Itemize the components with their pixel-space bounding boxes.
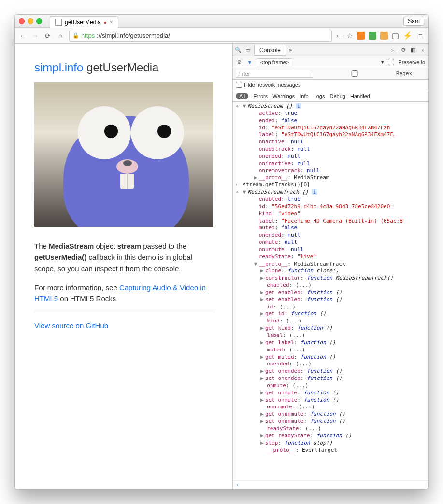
log-level-bar: AllErrorsWarningsInfoLogsDebugHandled — [233, 90, 428, 102]
forward-button[interactable]: → — [31, 32, 39, 40]
preserve-log-label: Preserve lo — [398, 59, 425, 65]
log-level-all[interactable]: All — [236, 93, 248, 99]
lock-icon: 🔒 — [72, 32, 79, 39]
menu-button[interactable]: ≡ — [416, 32, 424, 40]
paragraph: For more information, see Capturing Audi… — [34, 282, 215, 305]
extension-icon[interactable] — [357, 32, 365, 40]
preserve-log-checkbox[interactable] — [388, 59, 394, 65]
title-link[interactable]: simpl.info — [34, 61, 83, 74]
tab-favicon — [55, 19, 62, 26]
titlebar: getUserMedia ● × Sam — [15, 15, 428, 28]
log-level-info[interactable]: Info — [300, 93, 308, 99]
clear-console-icon[interactable]: ⊘ — [236, 59, 243, 65]
toolbar: ← → ⟳ ⌂ 🔒 https ://simpl.info/getusermed… — [15, 28, 428, 44]
url-bar[interactable]: 🔒 https ://simpl.info/getusermedia/ — [69, 30, 332, 42]
filter-input[interactable] — [236, 70, 313, 78]
hide-network-label: Hide network messages — [244, 82, 300, 88]
home-button[interactable]: ⌂ — [57, 32, 64, 40]
log-level-errors[interactable]: Errors — [253, 93, 268, 99]
video-element[interactable] — [34, 82, 213, 227]
extension-icon[interactable] — [380, 32, 388, 40]
drawer-icon[interactable]: >_ — [390, 47, 397, 53]
paragraph: The MediaStream object stream passed to … — [34, 240, 215, 274]
source-link[interactable]: View source on GitHub — [34, 322, 108, 330]
log-level-warnings[interactable]: Warnings — [272, 93, 295, 99]
log-level-handled[interactable]: Handled — [350, 93, 370, 99]
page-title: simpl.info getUserMedia — [34, 61, 215, 74]
divider — [34, 312, 215, 312]
cast-icon[interactable]: ▢ — [392, 31, 399, 40]
console-prompt[interactable]: › — [233, 480, 428, 489]
bookmark-star-icon[interactable]: ☆ — [346, 31, 353, 40]
log-level-debug[interactable]: Debug — [329, 93, 345, 99]
console-output[interactable]: ◃ ▼MediaStream {} i active: true ended: … — [233, 102, 428, 480]
page-content: simpl.info getUserMedia The MediaStream … — [15, 44, 232, 489]
devtools-panel: 🔍 ▭ Console » >_ ⚙ ◧ × ⊘ ▼ <top frame> ▾… — [232, 44, 428, 489]
url-scheme: https — [81, 32, 95, 39]
devtools-toolbar: 🔍 ▭ Console » >_ ⚙ ◧ × — [233, 44, 428, 56]
browser-tab[interactable]: getUserMedia ● × — [50, 16, 118, 28]
hide-network-checkbox[interactable] — [236, 82, 242, 88]
close-devtools-icon[interactable]: × — [419, 47, 426, 53]
frame-select[interactable]: <top frame> — [257, 58, 292, 66]
recording-indicator-icon: ● — [104, 20, 107, 25]
regex-label: Regex — [396, 70, 412, 77]
back-button[interactable]: ← — [19, 32, 27, 40]
device-icon[interactable]: ▭ — [244, 47, 251, 53]
window-minimize-icon[interactable] — [28, 18, 33, 24]
camera-permission-icon[interactable]: ▭ — [337, 32, 343, 39]
frame-dropdown-icon[interactable]: ▾ — [381, 59, 384, 65]
profile-button[interactable]: Sam — [403, 17, 424, 26]
settings-icon[interactable]: ⚙ — [400, 47, 407, 53]
more-tabs[interactable]: » — [289, 47, 292, 53]
reload-button[interactable]: ⟳ — [44, 32, 52, 40]
filter-row: Regex — [233, 68, 428, 80]
dock-icon[interactable]: ◧ — [410, 47, 416, 53]
tab-close-icon[interactable]: × — [110, 19, 113, 26]
console-tab[interactable]: Console — [254, 45, 286, 56]
tab-title: getUserMedia — [65, 19, 101, 26]
window-zoom-icon[interactable] — [36, 18, 42, 24]
url-rest: ://simpl.info/getusermedia/ — [97, 32, 170, 39]
window-close-icon[interactable] — [19, 18, 25, 24]
browser-window: getUserMedia ● × Sam ← → ⟳ ⌂ 🔒 https ://… — [14, 14, 429, 490]
extension-icons: ▭ ☆ ▢ ⚡ ≡ — [337, 31, 424, 40]
devtools-context-bar: ⊘ ▼ <top frame> ▾ Preserve lo — [233, 56, 428, 68]
inspect-icon[interactable]: 🔍 — [235, 47, 242, 53]
extension-icon[interactable]: ⚡ — [403, 31, 413, 40]
title-rest: getUserMedia — [83, 61, 158, 74]
hide-network-row: Hide network messages — [233, 80, 428, 90]
extension-icon[interactable] — [369, 32, 376, 40]
filter-icon[interactable]: ▼ — [246, 59, 253, 65]
regex-checkbox[interactable] — [316, 70, 393, 77]
log-level-logs[interactable]: Logs — [314, 93, 325, 99]
